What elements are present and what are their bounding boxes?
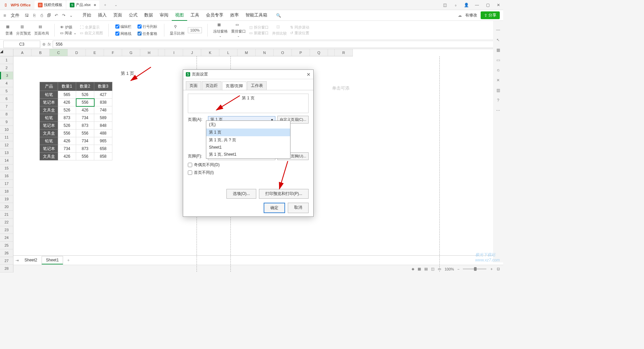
row-header[interactable]: 14 [0,157,13,164]
formula-input[interactable]: 556 [53,41,500,48]
table-cell[interactable]: 文具盒 [40,130,58,137]
avatar-icon[interactable]: 👤 [463,2,470,8]
custom-view[interactable]: 自定义视图 [85,31,103,36]
menu-tab-1[interactable]: 插入 [95,10,110,21]
col-header[interactable]: I [165,49,183,56]
table-cell[interactable]: 734 [58,145,76,153]
cancel-icon[interactable]: ⊗ [42,42,46,47]
row-header[interactable]: 20 [0,203,13,211]
col-header[interactable]: J [183,49,201,56]
row-header[interactable]: 2 [0,64,13,72]
row-header[interactable]: 9 [0,118,13,126]
row-header[interactable]: 23 [0,226,13,234]
toolbox-icon[interactable]: ▥ [496,88,500,93]
table-cell[interactable]: 铅笔 [40,137,58,145]
dropdown-option[interactable]: 第 1 页, Sheet1 [206,151,290,158]
col-header[interactable]: O [274,49,292,56]
zoom-out-icon[interactable]: − [458,267,460,271]
row-header[interactable]: 10 [0,126,13,134]
page-icon[interactable]: ▭ [496,58,500,62]
table-header[interactable]: 数量3 [94,82,112,91]
col-header[interactable]: A [13,49,32,56]
qat-dropdown-icon[interactable]: ⌄ [68,13,74,18]
table-cell[interactable]: 铅笔 [40,91,58,99]
table-cell[interactable]: 748 [94,106,112,114]
col-header[interactable]: H [140,49,158,56]
table-cell[interactable]: 848 [94,122,112,130]
fullscreen[interactable]: 全屏显示 [85,25,100,30]
close-button[interactable]: ✕ [495,2,502,8]
col-header[interactable]: F [104,49,122,56]
export-icon[interactable]: ⎘ [32,13,37,18]
row-header[interactable]: 8 [0,110,13,118]
odd-even-check[interactable]: 奇偶页不同(D) [188,162,309,168]
zoom-in-icon[interactable]: ＋ [490,266,493,271]
row-header[interactable]: 17 [0,180,13,188]
chevron-down-icon[interactable]: ⌄ [237,34,240,38]
view-page-break[interactable]: ▥分页预览 [16,24,31,36]
col-header[interactable]: D [68,49,86,56]
cancel-button[interactable]: 取消 [288,203,309,213]
table-cell[interactable]: 笔记本 [40,145,58,153]
table-cell[interactable]: 文具盒 [40,153,58,160]
view-normal-icon[interactable]: ▦ [418,267,421,271]
table-cell[interactable]: 铅笔 [40,114,58,122]
row-header[interactable]: 1 [0,56,13,64]
menu-tab-4[interactable]: 数据 [141,10,156,21]
col-header[interactable]: K [201,49,219,56]
col-header[interactable]: R [335,49,353,56]
view-break-icon[interactable]: ◫ [431,267,434,271]
cube-icon[interactable]: ⬨ [452,2,459,8]
table-cell[interactable]: 556 [76,130,94,137]
row-header[interactable]: 5 [0,87,13,95]
tool-icon[interactable]: ✕ [496,78,500,83]
dialog-close-button[interactable]: ✕ [307,72,311,77]
dropdown-option[interactable]: 第 1 页 [206,129,290,136]
new-tab-button[interactable]: ＋ [100,1,110,9]
table-cell[interactable]: 556 [58,130,76,137]
table-cell[interactable]: 426 [58,153,76,160]
table-cell[interactable]: 526 [76,91,94,99]
view-normal[interactable]: ▦普通 [5,24,13,36]
check-gridlines[interactable]: 网格线 [114,31,133,37]
col-header[interactable]: M [237,49,256,56]
menu-tab-3[interactable]: 公式 [125,10,141,21]
row-header[interactable]: 12 [0,141,13,149]
ok-button[interactable]: 确定 [264,203,285,213]
table-cell[interactable]: 565 [58,91,76,99]
table-cell[interactable]: 838 [94,99,112,106]
share-button[interactable]: ⇪ 分享 [481,11,500,19]
table-cell[interactable]: 笔记本 [40,122,58,130]
dialog-tab[interactable]: 页眉/页脚 [222,82,247,91]
select-all-corner[interactable]: ◢ [0,49,13,56]
row-header[interactable]: 11 [0,134,13,141]
eye-protect[interactable]: 护眼 [65,25,72,30]
col-header[interactable]: N [256,49,274,56]
col-header[interactable]: C [50,49,68,56]
table-cell[interactable]: 873 [76,122,94,130]
help-icon[interactable]: ? [497,98,499,103]
compare[interactable]: ◫并排比较 [272,24,287,36]
hamburger-icon[interactable]: ≡ [3,13,6,18]
reset-position[interactable]: 重设位置 [294,31,309,36]
fx-label[interactable]: fx [48,42,51,47]
table-header[interactable]: 数量1 [58,82,76,91]
table-cell[interactable]: 426 [76,106,94,114]
table-cell[interactable]: 589 [94,114,112,122]
check-row-col[interactable]: 行号列标 [136,23,159,30]
print-preview-button[interactable]: 打印预览和打印(P)... [259,189,309,199]
menu-tab-5[interactable]: 审阅 [156,10,172,21]
check-edit-bar[interactable]: 编辑栏 [114,23,133,30]
row-header[interactable]: 22 [0,218,13,226]
table-cell[interactable]: 965 [94,137,112,145]
row-header[interactable]: 21 [0,211,13,218]
row-header[interactable]: 3 [0,72,13,80]
view-page-layout[interactable]: ▤页面布局 [34,24,49,36]
minimize-button[interactable]: — [474,2,480,8]
dialog-tab[interactable]: 页边距 [202,81,221,90]
table-cell[interactable]: 526 [58,122,76,130]
view-layout-icon[interactable]: ▤ [424,267,428,271]
dropdown-option[interactable]: (无) [206,121,290,129]
save-icon[interactable]: 🖫 [24,13,30,18]
menu-tab-8[interactable]: 会员专享 [203,10,227,21]
